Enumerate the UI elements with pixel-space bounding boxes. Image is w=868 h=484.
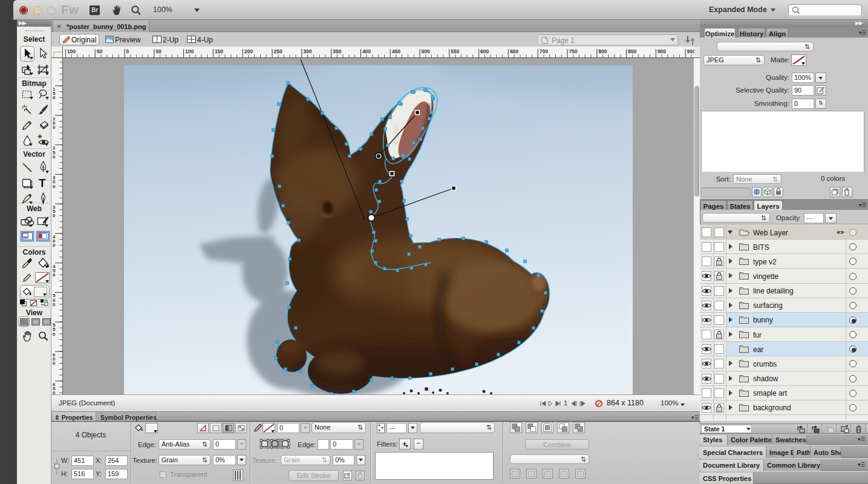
- svg-text:400: 400: [362, 48, 371, 54]
- svg-text:0: 0: [53, 332, 56, 337]
- svg-text:300: 300: [303, 48, 312, 54]
- svg-text:550: 550: [451, 48, 459, 54]
- svg-text:950: 950: [687, 48, 694, 54]
- svg-text:200: 200: [244, 48, 253, 54]
- svg-text:0: 0: [53, 184, 56, 189]
- svg-text:750: 750: [569, 48, 578, 54]
- svg-text:100: 100: [185, 48, 194, 54]
- svg-text:0: 0: [53, 390, 56, 394]
- svg-text:150: 150: [215, 48, 223, 54]
- svg-text:50: 50: [97, 48, 103, 54]
- svg-text:800: 800: [598, 48, 607, 54]
- svg-text:650: 650: [510, 48, 518, 54]
- svg-text:100: 100: [67, 48, 76, 54]
- svg-text:600: 600: [480, 48, 489, 54]
- svg-text:250: 250: [274, 48, 282, 54]
- svg-text:500: 500: [422, 48, 430, 54]
- svg-text:0: 0: [53, 361, 56, 366]
- svg-text:0: 0: [53, 243, 56, 248]
- svg-text:850: 850: [628, 48, 636, 54]
- svg-text:0: 0: [53, 154, 56, 160]
- svg-text:0: 0: [53, 272, 56, 278]
- svg-text:350: 350: [333, 48, 341, 54]
- svg-text:0: 0: [126, 48, 129, 54]
- svg-text:0: 0: [53, 302, 56, 307]
- svg-text:0: 0: [53, 213, 56, 218]
- svg-text:50: 50: [155, 48, 162, 54]
- svg-text:450: 450: [392, 48, 400, 54]
- svg-text:0: 0: [53, 95, 56, 100]
- svg-text:700: 700: [540, 48, 548, 54]
- svg-text:900: 900: [658, 48, 666, 54]
- svg-text:0: 0: [53, 125, 56, 130]
